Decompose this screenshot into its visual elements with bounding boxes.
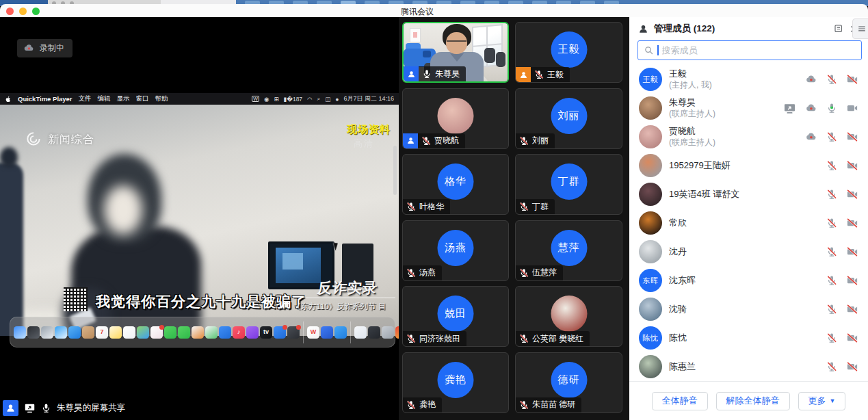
- spotlight-search-icon[interactable]: ⌕: [317, 95, 321, 103]
- record-status-icon[interactable]: ◉: [264, 96, 269, 103]
- popout-panel-icon[interactable]: [831, 21, 846, 36]
- camera-off-icon[interactable]: [846, 159, 858, 172]
- dock-icon-wps-office[interactable]: W: [307, 326, 319, 339]
- dock-icon-tencent-docs[interactable]: [321, 326, 333, 339]
- camera-on-icon[interactable]: [846, 102, 858, 114]
- dock-icon-trash[interactable]: [382, 326, 394, 339]
- mic-muted-icon[interactable]: [826, 361, 837, 372]
- video-tile[interactable]: 王毅 王毅: [515, 22, 622, 83]
- dock-icon-reminders[interactable]: [123, 326, 135, 339]
- menubar-menu-item[interactable]: 窗口: [136, 94, 149, 103]
- wifi-status-icon[interactable]: ◠: [307, 96, 312, 103]
- cloud-recording-icon[interactable]: [805, 102, 817, 114]
- panel-menu-box[interactable]: [852, 18, 868, 39]
- dock-icon-podcasts[interactable]: [246, 326, 259, 339]
- dock-icon-siri[interactable]: [27, 326, 40, 339]
- member-row[interactable]: 陈惠兰: [629, 352, 868, 381]
- mic-muted-icon[interactable]: [826, 275, 837, 286]
- dock-icon-contacts[interactable]: [82, 326, 94, 339]
- mic-muted-icon[interactable]: [519, 334, 529, 343]
- zoom-window-button[interactable]: [32, 8, 40, 15]
- dock-icon-messages[interactable]: [164, 326, 176, 339]
- mic-muted-icon[interactable]: [826, 131, 837, 142]
- member-row[interactable]: 王毅 王毅(主持人, 我): [629, 65, 868, 94]
- camera-off-icon[interactable]: [846, 332, 858, 344]
- video-tile[interactable]: 德研 朱苗苗 德研: [515, 352, 622, 413]
- camera-off-icon[interactable]: [846, 303, 858, 315]
- menubar-menu-item[interactable]: 帮助: [155, 94, 168, 103]
- camera-off-icon[interactable]: [846, 246, 858, 258]
- camera-off-icon[interactable]: [846, 73, 858, 86]
- menubar-menu-item[interactable]: 编辑: [98, 94, 111, 103]
- video-tile[interactable]: 慧萍 伍慧萍: [515, 220, 622, 281]
- mic-muted-icon[interactable]: [826, 160, 837, 171]
- mic-muted-icon[interactable]: [406, 268, 416, 278]
- dock-icon-safari[interactable]: [55, 326, 67, 339]
- mic-muted-icon[interactable]: [519, 136, 529, 146]
- more-button[interactable]: 更多▼: [798, 392, 846, 410]
- member-row[interactable]: 朱尊昊(联席主持人): [629, 94, 868, 122]
- dock-icon-document[interactable]: [354, 326, 367, 339]
- dock-icon-maps[interactable]: [137, 326, 149, 339]
- grid-status-icon[interactable]: ⊞: [274, 96, 278, 103]
- dock-icon-calendar[interactable]: 7: [96, 326, 108, 339]
- dock-icon-apple-tv[interactable]: tv: [260, 326, 272, 339]
- member-row[interactable]: 贾晓航(联席主持人): [629, 122, 868, 151]
- mic-muted-icon[interactable]: [406, 202, 416, 211]
- mic-muted-icon[interactable]: [519, 400, 529, 410]
- mic-muted-icon[interactable]: [519, 268, 529, 278]
- camera-off-icon[interactable]: [846, 274, 858, 287]
- shared-window-scrollbar[interactable]: [393, 146, 397, 195]
- search-input[interactable]: [662, 45, 856, 55]
- video-tile[interactable]: 丁群 丁群: [515, 154, 622, 215]
- camera-off-icon[interactable]: [846, 360, 858, 373]
- member-row[interactable]: 陈忱 陈忱: [629, 324, 868, 352]
- member-row[interactable]: 1952979王陆妍: [629, 151, 868, 180]
- mic-muted-icon[interactable]: [406, 400, 416, 410]
- video-tile[interactable]: 刘丽 刘丽: [515, 88, 622, 149]
- mic-live-icon[interactable]: [826, 103, 837, 114]
- recording-indicator[interactable]: 录制中: [17, 39, 73, 57]
- wps-status-icon[interactable]: W: [252, 96, 259, 102]
- minimize-window-button[interactable]: [19, 8, 27, 15]
- unmute-all-button[interactable]: 解除全体静音: [716, 392, 790, 410]
- dock-icon-browser[interactable]: [334, 326, 347, 339]
- mic-muted-icon[interactable]: [826, 74, 837, 85]
- mic-muted-icon[interactable]: [826, 332, 837, 343]
- mic-muted-icon[interactable]: [826, 189, 837, 200]
- member-row[interactable]: 东晖 沈东晖: [629, 266, 868, 295]
- menubar-clock[interactable]: 6月7日 周二 14:16: [343, 94, 394, 103]
- camera-off-icon[interactable]: [846, 188, 858, 200]
- member-row[interactable]: 沈丹: [629, 237, 868, 266]
- member-row[interactable]: 19英语4班 谭舒文: [629, 180, 868, 209]
- video-tile[interactable]: 兢田 同济张兢田: [402, 286, 509, 347]
- mic-muted-icon[interactable]: [534, 70, 544, 79]
- mic-muted-icon[interactable]: [826, 246, 837, 257]
- menubar-menu-item[interactable]: 显示: [117, 94, 130, 103]
- member-row[interactable]: 沈骑: [629, 295, 868, 324]
- dock-icon-preview[interactable]: [368, 326, 380, 339]
- close-window-button[interactable]: [6, 8, 14, 15]
- mute-all-button[interactable]: 全体静音: [652, 392, 708, 410]
- input-source-icon[interactable]: ●: [335, 96, 339, 103]
- cloud-recording-icon[interactable]: [805, 131, 817, 143]
- video-tile[interactable]: 格华 叶格华: [402, 154, 509, 215]
- video-tile[interactable]: 汤燕 汤燕: [402, 220, 509, 281]
- dock-icon-system-settings[interactable]: [287, 326, 300, 339]
- mic-muted-icon[interactable]: [826, 218, 837, 228]
- screen-share-icon[interactable]: [783, 102, 796, 115]
- battery-status-icon[interactable]: ▮�187: [284, 96, 303, 103]
- dock-icon-finder[interactable]: [14, 326, 26, 339]
- member-search-box[interactable]: [637, 40, 862, 60]
- mic-muted-icon[interactable]: [406, 334, 416, 343]
- cloud-recording-icon[interactable]: [805, 73, 817, 86]
- video-tile[interactable]: 贾晓航: [402, 88, 509, 149]
- display-status-icon[interactable]: ◫: [325, 96, 330, 103]
- member-row[interactable]: 常欣: [629, 209, 868, 237]
- dock-icon-music[interactable]: ♪: [233, 326, 245, 339]
- video-tile[interactable]: 朱尊昊: [402, 22, 509, 83]
- dock-icon-mail[interactable]: [68, 326, 81, 339]
- dock-icon-facetime[interactable]: [178, 326, 190, 339]
- camera-off-icon[interactable]: [846, 131, 858, 143]
- dock-icon-notes[interactable]: [109, 326, 122, 339]
